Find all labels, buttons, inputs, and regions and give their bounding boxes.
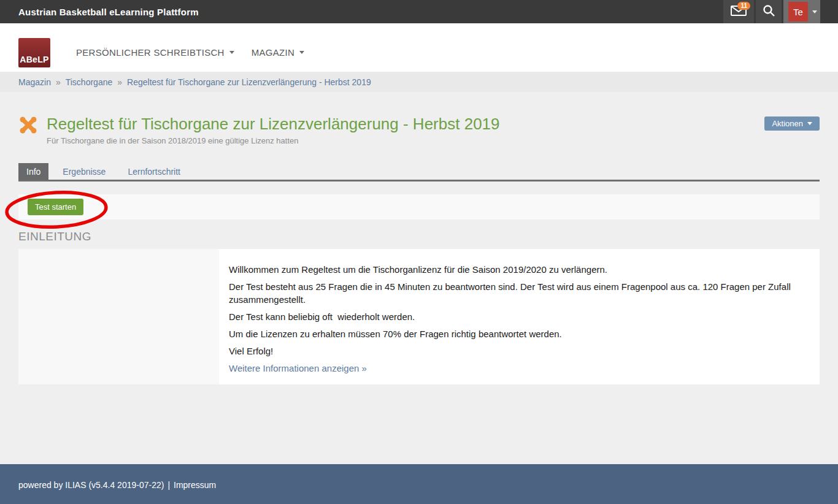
- intro-paragraph: Willkommen zum Regeltest um die Tischorg…: [229, 263, 810, 276]
- search-icon: [763, 4, 775, 20]
- intro-paragraph: Der Test kann beliebig oft wiederholt we…: [229, 310, 810, 323]
- nav-item-magazin[interactable]: MAGAZIN: [243, 47, 313, 72]
- actions-button-label: Aktionen: [772, 119, 803, 128]
- tab-bar: Info Ergebnisse Lernfortschritt: [18, 163, 820, 181]
- intro-paragraph: Um die Lizenzen zu erhalten müssen 70% d…: [229, 327, 810, 340]
- page-title: Regeltest für Tischorgane zur Lizenzverl…: [47, 113, 500, 134]
- main-header: ABeLP PERSÖNLICHER SCHREIBTISCH MAGAZIN: [0, 23, 838, 72]
- logo-text: ABeLP: [20, 55, 48, 67]
- nav-item-label: PERSÖNLICHER SCHREIBTISCH: [76, 47, 225, 58]
- nav-item-personal-desktop[interactable]: PERSÖNLICHER SCHREIBTISCH: [67, 47, 243, 72]
- user-menu-button[interactable]: Te: [783, 0, 820, 23]
- page-subtitle: Für Tischorgane die in der Saison 2018/2…: [47, 136, 820, 145]
- more-information-link[interactable]: Weitere Informationen anzeigen »: [229, 362, 367, 375]
- start-test-button[interactable]: Test starten: [28, 199, 83, 215]
- chevron-down-icon: [812, 10, 817, 13]
- introduction-panel: Willkommen zum Regeltest um die Tischorg…: [18, 249, 820, 384]
- chevron-down-icon: [807, 122, 812, 125]
- breadcrumb-link-tischorgane[interactable]: Tischorgane: [66, 77, 113, 87]
- mail-badge: 11: [737, 2, 750, 10]
- actions-button[interactable]: Aktionen: [764, 116, 820, 131]
- top-bar: Austrian Basketball eLearning Plattform …: [0, 0, 838, 23]
- section-heading-einleitung: EINLEITUNG: [18, 230, 820, 243]
- chevron-down-icon: [229, 51, 234, 54]
- logo[interactable]: ABeLP: [18, 38, 50, 67]
- breadcrumb-separator: »: [56, 77, 61, 87]
- search-button[interactable]: [756, 0, 782, 23]
- tab-lernfortschritt[interactable]: Lernfortschritt: [120, 163, 188, 180]
- tab-info[interactable]: Info: [18, 163, 48, 180]
- chevron-down-icon: [299, 51, 304, 54]
- breadcrumb: Magazin » Tischorgane » Regeltest für Ti…: [0, 72, 838, 92]
- platform-title: Austrian Basketball eLearning Plattform: [0, 7, 199, 17]
- breadcrumb-link-current[interactable]: Regeltest für Tischorgane zur Lizenzverl…: [127, 77, 371, 87]
- powered-by-link[interactable]: powered by ILIAS (v5.4.4 2019-07-22): [18, 480, 164, 490]
- main-content: Regeltest für Tischorgane zur Lizenzverl…: [0, 92, 838, 384]
- mail-button[interactable]: 11: [723, 0, 754, 23]
- user-avatar: Te: [788, 2, 808, 21]
- page-footer: powered by ILIAS (v5.4.4 2019-07-22) | I…: [0, 464, 838, 504]
- main-nav: PERSÖNLICHER SCHREIBTISCH MAGAZIN: [67, 47, 313, 72]
- tab-ergebnisse[interactable]: Ergebnisse: [55, 163, 113, 180]
- test-puzzle-icon: [18, 115, 38, 135]
- panel-content: Willkommen zum Regeltest um die Tischorg…: [219, 249, 820, 384]
- toolbar: Test starten: [18, 194, 820, 220]
- breadcrumb-link-magazin[interactable]: Magazin: [18, 77, 51, 87]
- impressum-link[interactable]: Impressum: [174, 480, 216, 490]
- panel-label-column: [18, 249, 219, 384]
- breadcrumb-separator: »: [117, 77, 122, 87]
- nav-item-label: MAGAZIN: [252, 47, 294, 58]
- topbar-spacer: [820, 0, 838, 23]
- page-title-row: Regeltest für Tischorgane zur Lizenzverl…: [18, 92, 820, 135]
- footer-separator: |: [167, 480, 170, 490]
- intro-paragraph: Viel Erfolg!: [229, 345, 810, 357]
- intro-paragraph: Der Test besteht aus 25 Fragen die in 45…: [229, 280, 810, 306]
- top-bar-actions: 11 Te: [723, 0, 838, 23]
